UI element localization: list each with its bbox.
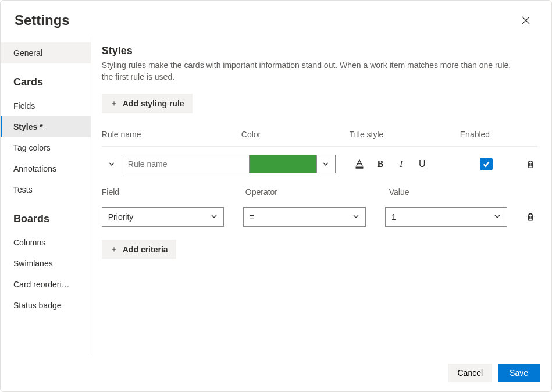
color-swatch[interactable] xyxy=(250,155,317,173)
close-button[interactable] xyxy=(517,11,535,30)
expand-toggle[interactable] xyxy=(102,161,122,168)
sidebar: General Cards Fields Styles * Tag colors… xyxy=(1,34,91,355)
section-description: Styling rules make the cards with import… xyxy=(102,59,521,83)
plus-icon: ＋ xyxy=(110,98,118,109)
col-header-field: Field xyxy=(102,187,245,197)
trash-icon xyxy=(526,212,535,222)
dialog-footer: Cancel Save xyxy=(1,355,551,391)
add-styling-rule-button[interactable]: ＋ Add styling rule xyxy=(102,94,193,113)
sidebar-group-boards: Boards xyxy=(1,200,91,232)
title-style-group: B I U xyxy=(353,157,429,171)
add-criteria-button[interactable]: ＋ Add criteria xyxy=(102,240,176,259)
sidebar-item-annotations[interactable]: Annotations xyxy=(1,158,91,179)
criteria-operator-select[interactable]: = xyxy=(243,207,366,227)
rule-column-headers: Rule name Color Title style Enabled xyxy=(102,130,537,146)
cancel-button[interactable]: Cancel xyxy=(448,364,492,382)
main-panel: Styles Styling rules make the cards with… xyxy=(91,34,551,355)
chevron-down-icon xyxy=(211,213,218,220)
bold-button[interactable]: B xyxy=(374,157,387,171)
add-criteria-label: Add criteria xyxy=(123,245,168,254)
font-color-icon xyxy=(354,159,365,169)
col-header-rule-name: Rule name xyxy=(102,130,241,139)
svg-rect-0 xyxy=(356,167,363,168)
chevron-down-icon xyxy=(322,161,329,168)
col-header-value: Value xyxy=(389,187,537,197)
checkmark-icon xyxy=(482,160,490,168)
chevron-down-icon xyxy=(494,213,501,220)
criteria-row: Priority = 1 xyxy=(102,207,537,227)
dialog-body: General Cards Fields Styles * Tag colors… xyxy=(1,34,551,355)
rule-name-input[interactable] xyxy=(122,155,250,173)
save-button[interactable]: Save xyxy=(498,364,540,382)
chevron-down-icon xyxy=(108,161,115,168)
sidebar-item-tag-colors[interactable]: Tag colors xyxy=(1,137,91,158)
sidebar-item-tests[interactable]: Tests xyxy=(1,179,91,200)
col-header-color: Color xyxy=(241,130,350,139)
close-icon xyxy=(521,16,530,25)
dialog-title: Settings xyxy=(15,12,70,28)
col-header-enabled: Enabled xyxy=(460,130,537,139)
sidebar-item-columns[interactable]: Columns xyxy=(1,232,91,253)
add-styling-rule-label: Add styling rule xyxy=(123,99,184,108)
delete-rule-button[interactable] xyxy=(523,157,537,171)
sidebar-item-general[interactable]: General xyxy=(1,42,91,63)
dialog-header: Settings xyxy=(1,1,551,34)
underline-button[interactable]: U xyxy=(416,157,429,171)
enabled-checkbox[interactable] xyxy=(480,158,493,170)
font-color-button[interactable] xyxy=(353,157,366,171)
criteria-field-select[interactable]: Priority xyxy=(102,207,225,227)
sidebar-group-cards: Cards xyxy=(1,63,91,95)
criteria-operator-value: = xyxy=(250,212,254,222)
sidebar-item-fields[interactable]: Fields xyxy=(1,95,91,116)
sidebar-item-card-reordering[interactable]: Card reorderi… xyxy=(1,274,91,295)
settings-dialog: Settings General Cards Fields Styles * T… xyxy=(0,0,552,392)
criteria-value-text: 1 xyxy=(391,212,396,222)
sidebar-item-swimlanes[interactable]: Swimlanes xyxy=(1,253,91,274)
sidebar-item-styles[interactable]: Styles * xyxy=(1,116,91,137)
col-header-operator: Operator xyxy=(245,187,389,197)
criteria-field-value: Priority xyxy=(108,212,134,222)
col-header-title-style: Title style xyxy=(350,130,460,139)
criteria-column-headers: Field Operator Value xyxy=(102,187,537,197)
trash-icon xyxy=(526,159,535,169)
delete-criteria-button[interactable] xyxy=(523,210,537,224)
rule-row: B I U xyxy=(102,146,537,181)
criteria-value-select[interactable]: 1 xyxy=(385,207,508,227)
sidebar-item-status-badge[interactable]: Status badge xyxy=(1,295,91,316)
italic-button[interactable]: I xyxy=(395,157,408,171)
color-dropdown[interactable] xyxy=(317,155,336,173)
plus-icon: ＋ xyxy=(110,244,118,255)
section-title: Styles xyxy=(102,45,537,57)
chevron-down-icon xyxy=(352,213,359,220)
